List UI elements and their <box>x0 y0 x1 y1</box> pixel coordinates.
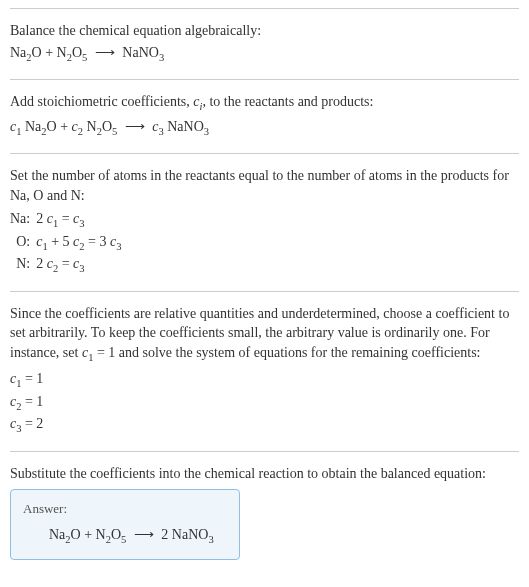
atom-label: N: <box>10 254 36 276</box>
table-row: Na: 2 c1 = c3 <box>10 209 125 231</box>
substitute-heading: Substitute the coefficients into the che… <box>10 464 519 484</box>
unbalanced-equation: Na2O + N2O5 ⟶ NaNO3 <box>10 43 519 65</box>
coeff-equation: c1 Na2O + c2 N2O5 ⟶ c3 NaNO3 <box>10 117 519 139</box>
coeff-line: c2 = 1 <box>10 392 519 414</box>
section-solve: Since the coefficients are relative quan… <box>10 291 519 451</box>
section-atom-balance: Set the number of atoms in the reactants… <box>10 153 519 291</box>
answer-label: Answer: <box>23 500 227 518</box>
atom-label: Na: <box>10 209 36 231</box>
atom-equation: c1 + 5 c2 = 3 c3 <box>36 232 125 254</box>
add-coeff-heading: Add stoichiometric coefficients, ci, to … <box>10 92 519 114</box>
section-balance-prompt: Balance the chemical equation algebraica… <box>10 8 519 79</box>
coeff-line: c1 = 1 <box>10 369 519 391</box>
table-row: N: 2 c2 = c3 <box>10 254 125 276</box>
atom-equation: 2 c1 = c3 <box>36 209 125 231</box>
section-substitute: Substitute the coefficients into the che… <box>10 451 519 574</box>
balanced-equation: Na2O + N2O5 ⟶ 2 NaNO3 <box>23 525 227 547</box>
section-add-coefficients: Add stoichiometric coefficients, ci, to … <box>10 79 519 153</box>
balance-heading: Balance the chemical equation algebraica… <box>10 21 519 41</box>
atom-balance-heading: Set the number of atoms in the reactants… <box>10 166 519 205</box>
solve-heading: Since the coefficients are relative quan… <box>10 304 519 366</box>
atom-equation: 2 c2 = c3 <box>36 254 125 276</box>
solution-list: c1 = 1 c2 = 1 c3 = 2 <box>10 369 519 436</box>
table-row: O: c1 + 5 c2 = 3 c3 <box>10 232 125 254</box>
atom-label: O: <box>10 232 36 254</box>
coeff-line: c3 = 2 <box>10 414 519 436</box>
answer-box: Answer: Na2O + N2O5 ⟶ 2 NaNO3 <box>10 489 240 560</box>
atom-balance-table: Na: 2 c1 = c3 O: c1 + 5 c2 = 3 c3 N: 2 c… <box>10 209 125 276</box>
